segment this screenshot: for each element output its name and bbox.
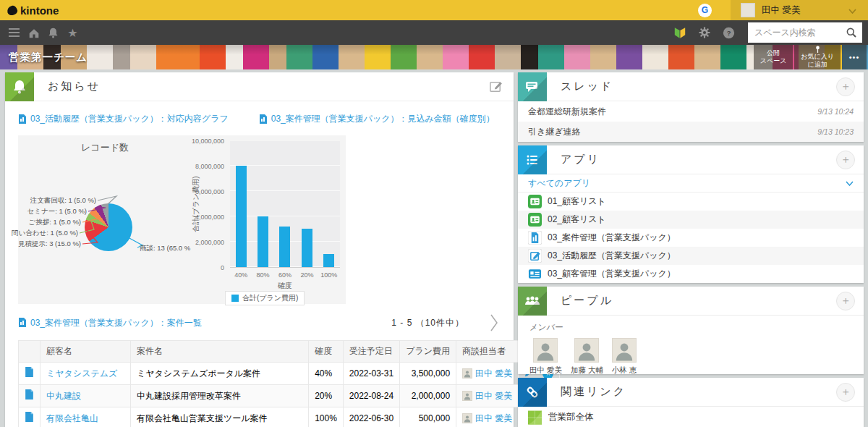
customer-link[interactable]: ミヤタシステムズ (46, 368, 117, 379)
thread-item-label: 金都運総研新規案件 (528, 106, 606, 118)
pie-chart[interactable] (85, 203, 132, 251)
pagination-label: 1 - 5 （10件中） (391, 317, 464, 329)
probability-cell: 100% (309, 407, 344, 427)
bar-y-tick: 10,000,000 (192, 138, 224, 145)
related-link-item[interactable]: 営業部全体 (518, 407, 864, 427)
member-avatar (612, 338, 637, 363)
green-space-icon (528, 410, 542, 424)
customer-link[interactable]: 中丸建設 (46, 391, 81, 401)
all-apps-link[interactable]: すべてのアプリ (518, 174, 864, 193)
rep-link[interactable]: 田中 愛美 (475, 390, 512, 402)
next-page-chevron-icon[interactable] (489, 313, 499, 333)
help-icon[interactable]: ? (719, 20, 739, 45)
legend-swatch (231, 295, 239, 302)
thread-item-time: 9/13 10:23 (817, 127, 854, 136)
kintone-logo[interactable]: kintone (7, 4, 59, 17)
case-list-link[interactable]: 03_案件管理（営業支援パック）：案件一覧 (18, 317, 202, 329)
table-header-4: プラン費用 (400, 341, 456, 363)
people-panel: ピープル ＋ メンバー 田中 愛美加藤 大輔小林 恵 (518, 287, 864, 374)
people-icon (518, 287, 547, 316)
record-file-icon (25, 389, 34, 400)
add-to-favorites-button[interactable]: お気に入りに追加 (794, 45, 841, 69)
related-link-label: 営業部全体 (548, 411, 594, 423)
rep-avatar (462, 413, 472, 423)
favorites-star-icon[interactable]: ★ (63, 20, 82, 45)
order-date-cell: 2022-08-24 (343, 385, 399, 407)
case-name-cell: ミヤタシステムズポータル案件 (131, 363, 309, 385)
case-name-cell: 中丸建設採用管理改革案件 (131, 385, 309, 407)
thread-item[interactable]: 引き継ぎ連絡9/13 10:23 (518, 122, 864, 142)
apps-title: アプリ (561, 153, 600, 166)
member[interactable]: 小林 恵 (612, 338, 637, 376)
add-thread-button[interactable]: ＋ (836, 77, 855, 96)
bar-x-tick: 20% (294, 271, 319, 279)
bar-60%[interactable] (279, 227, 290, 267)
app-item[interactable]: 03_活動履歴（営業支援パック） (518, 247, 864, 265)
pencil-doc-icon (528, 249, 542, 263)
google-badge[interactable]: G (698, 4, 712, 17)
search-input[interactable] (748, 28, 841, 38)
rep-wrap: 田中 愛美 (462, 413, 512, 425)
gear-icon[interactable] (694, 20, 714, 45)
order-date-cell: 2022-06-30 (343, 407, 399, 427)
bar-y-tick: 2,000,000 (195, 239, 224, 246)
customer-cell: 中丸建設 (41, 385, 131, 407)
record-file-icon (25, 367, 34, 378)
member[interactable]: 田中 愛美 (529, 338, 562, 376)
bar-40%[interactable] (236, 166, 247, 267)
app-item[interactable]: 03_案件管理（営業支援パック） (518, 229, 864, 247)
hamburger-menu-icon[interactable] (4, 20, 24, 45)
app-link-icon (18, 114, 27, 124)
thread-item[interactable]: 金都運総研新規案件9/13 10:24 (518, 101, 864, 122)
user-menu[interactable]: 田中 愛美 (731, 0, 868, 20)
add-people-button[interactable]: ＋ (836, 292, 855, 310)
member-avatar (574, 338, 599, 363)
search-icon[interactable] (841, 22, 862, 43)
customer-cell: ミヤタシステムズ (41, 363, 131, 385)
app-item-label: 03_案件管理（営業支援パック） (548, 232, 676, 244)
app-item[interactable]: 01_顧客リスト (518, 193, 864, 211)
add-link-button[interactable]: ＋ (836, 383, 855, 402)
people-title: ピープル (561, 294, 613, 308)
case-table: 顧客名案件名確度受注予定日プラン費用商談担当者 ミヤタシステムズミヤタシステムズ… (18, 340, 560, 427)
bar-gridline (230, 216, 340, 216)
app-item[interactable]: 02_顧客リスト (518, 211, 864, 229)
svg-text:?: ? (727, 29, 731, 36)
public-space-button[interactable]: 公開スペース (754, 45, 793, 69)
bar-y-axis-label: 合計(プラン費用) (191, 168, 201, 240)
bar-20%[interactable] (302, 229, 312, 267)
member-name: 田中 愛美 (529, 365, 562, 376)
bar-100%[interactable] (323, 254, 334, 267)
global-toolbar: ★ ? (0, 20, 868, 45)
app-amount-link[interactable]: 03_案件管理（営業支援パック）：見込み金額（確度別） (259, 113, 495, 125)
pin-icon (814, 46, 821, 53)
bar-80%[interactable] (258, 216, 268, 267)
plan-cost-cell: 2,000,000 (400, 385, 456, 407)
announcement-title: お知らせ (48, 80, 101, 93)
customer-list-green-icon (528, 195, 542, 208)
user-avatar (741, 3, 755, 17)
member[interactable]: 加藤 大輔 (571, 338, 603, 376)
rep-link[interactable]: 田中 愛美 (475, 368, 512, 380)
more-options-button[interactable]: ••• (842, 45, 867, 69)
table-header-icon-col (19, 341, 41, 363)
bar-chart[interactable] (230, 141, 340, 268)
customer-link[interactable]: 有限会社亀山 (46, 413, 98, 423)
home-icon[interactable] (24, 20, 43, 45)
space-title: 営業第一チーム (9, 51, 88, 64)
card-blue-icon (528, 267, 542, 281)
app-item[interactable]: 03_顧客管理（営業支援パック） (518, 265, 864, 283)
chain-link-icon (518, 378, 547, 407)
kintone-logo-icon (7, 4, 18, 16)
pie-callout: ご挨拶: 1 (5.0 %) (28, 218, 81, 227)
rep-wrap: 田中 愛美 (462, 390, 512, 402)
notification-bell-icon[interactable] (43, 20, 63, 45)
bar-chart-legend: 合計(プラン費用) (225, 291, 305, 305)
app-graph-link[interactable]: 03_活動履歴（営業支援パック）：対応内容グラフ (18, 113, 229, 125)
bar-y-tick: 4,000,000 (195, 214, 224, 221)
beginner-mark-icon[interactable] (670, 20, 689, 45)
add-app-button[interactable]: ＋ (836, 151, 855, 169)
edit-announcement-icon[interactable] (488, 79, 503, 94)
rep-link[interactable]: 田中 愛美 (475, 413, 512, 425)
bar-y-tick: 0 (221, 264, 224, 271)
